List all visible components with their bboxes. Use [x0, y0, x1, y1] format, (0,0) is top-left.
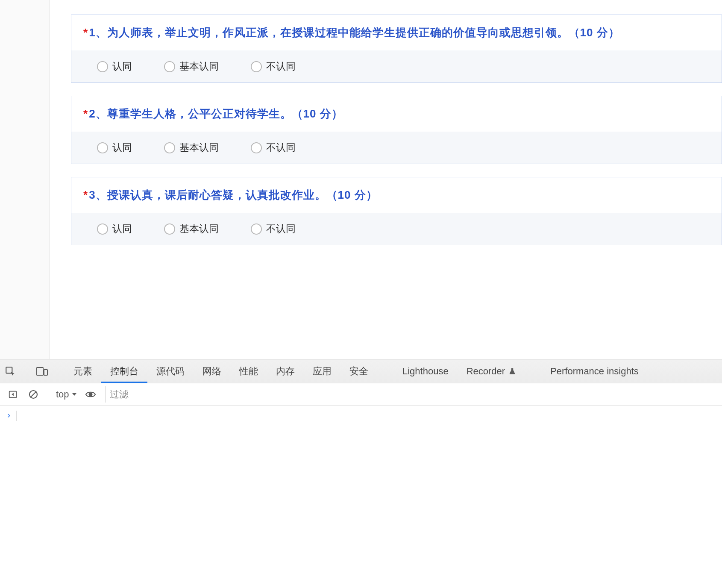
question-title-1: *1、为人师表，举止文明，作风正派，在授课过程中能给学生提供正确的价值导向或思想… — [71, 15, 722, 50]
q3-option-disagree[interactable]: 不认同 — [251, 222, 296, 235]
console-body[interactable]: › — [0, 406, 722, 425]
question-card-1: *1、为人师表，举止文明，作风正派，在授课过程中能给学生提供正确的价值导向或思想… — [71, 15, 722, 83]
flask-icon — [508, 368, 516, 375]
radio-icon — [164, 142, 175, 153]
tab-memory[interactable]: 内存 — [267, 359, 304, 383]
option-label: 不认同 — [266, 141, 296, 154]
clear-console-icon[interactable] — [26, 387, 41, 402]
devtools-panel: 元素 控制台 源代码 网络 性能 内存 应用 安全 Lighthouse Rec… — [0, 359, 722, 588]
radio-icon — [251, 223, 262, 235]
q1-option-mostly-agree[interactable]: 基本认同 — [164, 60, 219, 73]
tab-lighthouse[interactable]: Lighthouse — [393, 359, 458, 383]
page-content: *1、为人师表，举止文明，作风正派，在授课过程中能给学生提供正确的价值导向或思想… — [0, 0, 722, 359]
inspect-element-icon[interactable] — [3, 364, 18, 379]
radio-icon — [251, 61, 262, 72]
tab-application[interactable]: 应用 — [304, 359, 340, 383]
tab-performance[interactable]: 性能 — [230, 359, 267, 383]
text-cursor — [17, 411, 17, 421]
question-title-3: *3、授课认真，课后耐心答疑，认真批改作业。（10 分） — [71, 177, 722, 213]
tab-sources[interactable]: 源代码 — [147, 359, 194, 383]
question-card-3: *3、授课认真，课后耐心答疑，认真批改作业。（10 分） 认同 基本认同 不认同 — [71, 177, 722, 245]
tab-label: 网络 — [203, 365, 221, 378]
q1-option-disagree[interactable]: 不认同 — [251, 60, 296, 73]
tab-label: Performance insights — [550, 366, 639, 377]
q1-option-agree[interactable]: 认同 — [97, 60, 132, 73]
option-label: 基本认同 — [179, 222, 219, 235]
tab-label: 内存 — [276, 365, 295, 378]
tab-label: 安全 — [349, 365, 368, 378]
question-text: 3、授课认真，课后耐心答疑，认真批改作业。（10 分） — [89, 188, 378, 201]
tab-label: 源代码 — [156, 365, 185, 378]
q3-option-mostly-agree[interactable]: 基本认同 — [164, 222, 219, 235]
tab-label: Recorder — [467, 366, 505, 377]
tab-console[interactable]: 控制台 — [101, 359, 147, 383]
tab-recorder[interactable]: Recorder — [458, 359, 525, 383]
device-toolbar-icon[interactable] — [34, 364, 50, 379]
survey-form: *1、为人师表，举止文明，作风正派，在授课过程中能给学生提供正确的价值导向或思想… — [50, 0, 722, 245]
tab-label: 应用 — [313, 365, 332, 378]
radio-icon — [97, 61, 108, 72]
tab-elements[interactable]: 元素 — [65, 359, 101, 383]
question-3-options: 认同 基本认同 不认同 — [71, 213, 722, 245]
required-mark: * — [83, 188, 88, 201]
tab-label: Lighthouse — [402, 366, 449, 377]
devtools-icon-group — [0, 359, 60, 383]
eye-icon[interactable] — [83, 387, 98, 402]
q3-option-agree[interactable]: 认同 — [97, 222, 132, 235]
chevron-down-icon — [72, 392, 77, 397]
question-1-options: 认同 基本认同 不认同 — [71, 50, 722, 82]
required-mark: * — [83, 107, 88, 120]
radio-icon — [97, 142, 108, 153]
option-label: 基本认同 — [179, 141, 219, 154]
q2-option-disagree[interactable]: 不认同 — [251, 141, 296, 154]
devtools-tabbar: 元素 控制台 源代码 网络 性能 内存 应用 安全 Lighthouse Rec… — [0, 359, 722, 383]
radio-icon — [97, 223, 108, 235]
svg-rect-1 — [37, 368, 43, 375]
svg-rect-2 — [44, 370, 47, 375]
svg-point-6 — [89, 393, 92, 396]
option-label: 认同 — [112, 222, 132, 235]
console-prompt-icon: › — [6, 410, 12, 420]
radio-icon — [164, 61, 175, 72]
option-label: 认同 — [112, 141, 132, 154]
context-label: top — [56, 389, 69, 400]
console-filter-input[interactable] — [105, 386, 719, 403]
tab-network[interactable]: 网络 — [194, 359, 230, 383]
question-title-2: *2、尊重学生人格，公平公正对待学生。（10 分） — [71, 96, 722, 132]
q2-option-mostly-agree[interactable]: 基本认同 — [164, 141, 219, 154]
question-2-options: 认同 基本认同 不认同 — [71, 132, 722, 164]
required-mark: * — [83, 26, 88, 39]
option-label: 基本认同 — [179, 60, 219, 73]
tab-label: 性能 — [239, 365, 258, 378]
svg-line-5 — [31, 392, 36, 397]
radio-icon — [164, 223, 175, 235]
execution-context-selector[interactable]: top — [53, 389, 80, 400]
console-sidebar-toggle-icon[interactable] — [5, 387, 21, 402]
question-card-2: *2、尊重学生人格，公平公正对待学生。（10 分） 认同 基本认同 不认同 — [71, 96, 722, 164]
question-text: 1、为人师表，举止文明，作风正派，在授课过程中能给学生提供正确的价值导向或思想引… — [89, 26, 620, 39]
option-label: 认同 — [112, 60, 132, 73]
tab-security[interactable]: 安全 — [340, 359, 377, 383]
separator — [48, 388, 48, 401]
sidebar — [0, 0, 50, 359]
tab-label: 控制台 — [110, 365, 138, 378]
question-text: 2、尊重学生人格，公平公正对待学生。（10 分） — [89, 107, 343, 120]
tab-label: 元素 — [73, 365, 92, 378]
option-label: 不认同 — [266, 60, 296, 73]
console-toolbar: top — [0, 383, 722, 406]
option-label: 不认同 — [266, 222, 296, 235]
radio-icon — [251, 142, 262, 153]
tab-performance-insights[interactable]: Performance insights — [541, 359, 648, 383]
q2-option-agree[interactable]: 认同 — [97, 141, 132, 154]
